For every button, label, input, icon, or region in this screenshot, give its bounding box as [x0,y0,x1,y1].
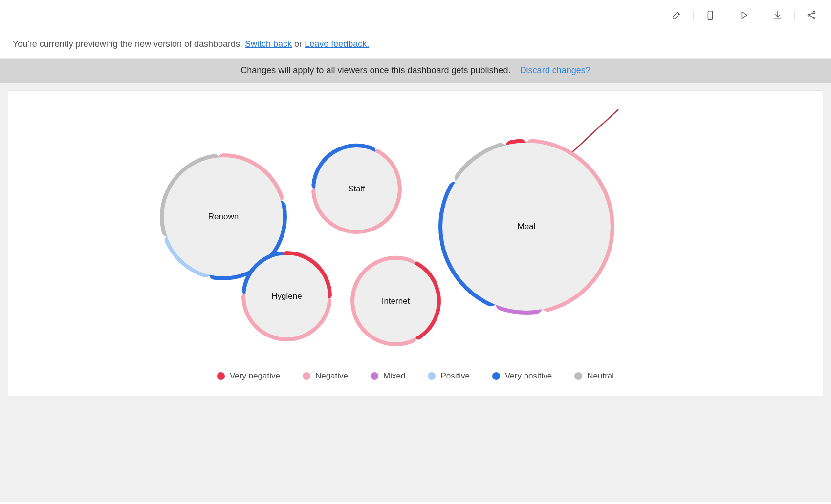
donut-label: Internet [354,260,437,342]
annotation-arrow [28,105,28,105]
toolbar-separator [761,10,761,21]
toolbar-separator [727,10,727,21]
legend-item-very-positive[interactable]: Very positive [492,371,552,381]
legend-label: Very positive [505,371,552,381]
swatch-positive [428,372,436,380]
svg-line-7 [809,15,813,17]
svg-line-6 [809,13,813,15]
legend-label: Neutral [587,371,614,381]
preview-banner: You're currently previewing the new vers… [0,30,831,59]
chart-card: MealRenownStaffHygieneInternet Very nega… [8,90,823,396]
top-toolbar [0,0,831,30]
donut-label: Meal [442,143,611,311]
discard-changes-link[interactable]: Discard changes? [520,65,590,75]
swatch-negative [303,372,310,380]
donut-label: Hygiene [245,255,328,337]
toolbar-separator [693,10,694,21]
legend: Very negative Negative Mixed Positive Ve… [28,371,803,381]
svg-marker-2 [742,12,747,18]
page-body: Changes will apply to all viewers once t… [0,59,831,502]
legend-label: Very negative [230,371,280,381]
legend-label: Negative [315,371,348,381]
donut-plot-area: MealRenownStaffHygieneInternet [28,105,803,368]
swatch-neutral [574,372,582,380]
donut-internet[interactable]: Internet [350,256,441,346]
legend-item-mixed[interactable]: Mixed [371,371,405,381]
legend-item-positive[interactable]: Positive [428,371,470,381]
donut-label: Staff [315,147,398,230]
mobile-icon[interactable] [702,7,718,23]
preview-banner-text: You're currently previewing the new vers… [13,39,245,49]
swatch-very-positive [492,372,500,380]
legend-item-negative[interactable]: Negative [303,371,348,381]
toolbar-separator [794,10,795,21]
legend-item-very-negative[interactable]: Very negative [217,371,280,381]
swatch-mixed [371,372,378,380]
donut-meal[interactable]: Meal [438,139,614,315]
unpublished-message: Changes will apply to all viewers once t… [241,65,510,75]
legend-item-neutral[interactable]: Neutral [574,371,614,381]
donut-staff[interactable]: Staff [311,144,402,234]
unpublished-bar: Changes will apply to all viewers once t… [0,59,831,83]
donut-hygiene[interactable]: Hygiene [241,251,332,341]
legend-label: Mixed [383,371,405,381]
edit-icon[interactable] [669,7,684,23]
share-icon[interactable] [804,7,819,23]
download-icon[interactable] [770,7,786,23]
switch-back-link[interactable]: Switch back [245,39,292,49]
preview-banner-or: or [294,39,305,49]
swatch-very-negative [217,372,225,380]
play-icon[interactable] [736,7,752,23]
leave-feedback-link[interactable]: Leave feedback. [305,39,369,49]
legend-label: Positive [440,371,470,381]
